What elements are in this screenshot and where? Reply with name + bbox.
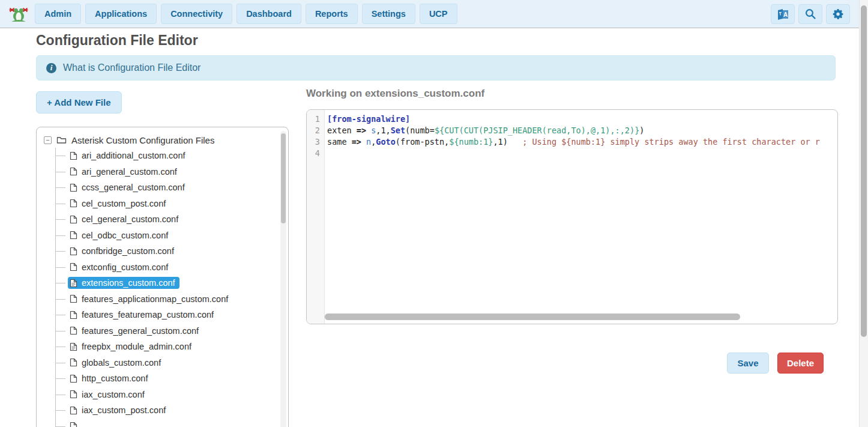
tree-item-features_applicationmap_custom[interactable]: features_applicationmap_custom.conf: [56, 291, 288, 307]
navbar: AdminApplicationsConnectivityDashboardRe…: [0, 0, 868, 28]
file-name-label: iax_custom.conf: [82, 390, 145, 399]
tree-item-partial[interactable]: [56, 419, 288, 427]
file-icon: [70, 167, 77, 176]
file-icon: [70, 406, 77, 415]
tree-item-extconfig_custom[interactable]: extconfig_custom.conf: [56, 259, 288, 276]
code-line[interactable]: same => n,Goto(from-pstn,${numb:1},1) ; …: [327, 136, 837, 148]
file-icon: [70, 262, 77, 271]
line-number: 2: [307, 125, 324, 136]
nav-item-applications[interactable]: Applications: [85, 4, 157, 24]
file-icon: [70, 294, 77, 303]
tree-item-ccss_general_custom[interactable]: ccss_general_custom.conf: [56, 180, 288, 196]
tree-item-http_custom[interactable]: http_custom.conf: [56, 371, 288, 387]
editor-actions: Save Delete: [306, 353, 824, 374]
tree-item-cel_odbc_custom[interactable]: cel_odbc_custom.conf: [56, 228, 288, 244]
main-menu: AdminApplicationsConnectivityDashboardRe…: [35, 4, 457, 24]
settings-button[interactable]: [826, 4, 850, 24]
file-icon: [70, 310, 77, 319]
page-scrollbar-thumb[interactable]: [861, 5, 867, 337]
tree-item-features_featuremap_custom[interactable]: features_featuremap_custom.conf: [56, 307, 288, 323]
collapse-icon[interactable]: −: [44, 136, 52, 144]
language-icon: A: [777, 8, 789, 20]
file-name-label: extensions_custom.conf: [82, 278, 175, 288]
file-name-label: globals_custom.conf: [82, 358, 161, 368]
tree-item-ari_general_custom[interactable]: ari_general_custom.conf: [56, 164, 288, 180]
file-name-label: iax_custom_post.conf: [82, 405, 166, 415]
file-name-label: confbridge_custom.conf: [82, 246, 174, 256]
search-icon: [804, 8, 816, 20]
file-icon: [70, 215, 77, 224]
file-name-label: features_general_custom.conf: [82, 326, 199, 336]
file-name-label: features_applicationmap_custom.conf: [82, 294, 228, 304]
code-line[interactable]: [from-signalwire]: [327, 114, 837, 125]
page-title: Configuration File Editor: [36, 32, 198, 49]
nav-item-dashboard[interactable]: Dashboard: [237, 4, 301, 24]
file-name-label: ari_general_custom.conf: [82, 167, 177, 177]
line-number: 1: [307, 114, 324, 125]
tree-scrollbar[interactable]: [280, 131, 286, 427]
file-name-label: ari_additional_custom.conf: [82, 151, 185, 160]
nav-item-settings[interactable]: Settings: [362, 4, 415, 24]
working-on-heading: Working on extensions_custom.conf: [306, 88, 484, 100]
file-icon: [70, 199, 77, 208]
search-button[interactable]: [798, 4, 822, 24]
save-button[interactable]: Save: [727, 353, 768, 374]
code-line[interactable]: exten => s,1,Set(numb=${CUT(CUT(PJSIP_HE…: [327, 125, 837, 136]
gear-icon: [832, 8, 845, 20]
tree-item-iax_custom[interactable]: iax_custom.conf: [56, 387, 288, 403]
nav-item-admin[interactable]: Admin: [35, 4, 81, 24]
frog-icon: [8, 4, 29, 23]
tree-item-freepbx_module_admin[interactable]: freepbx_module_admin.conf: [56, 339, 288, 355]
file-icon: [70, 390, 77, 399]
code-content[interactable]: [from-signalwire]exten => s,1,Set(numb=$…: [327, 114, 837, 159]
delete-button[interactable]: Delete: [777, 353, 824, 374]
file-tree-panel: − Asterisk Custom Configuration Files ar…: [36, 127, 289, 427]
tree-scrollbar-thumb[interactable]: [281, 133, 286, 223]
file-icon: [70, 231, 77, 240]
file-name-label: features_featuremap_custom.conf: [82, 310, 214, 319]
file-icon: [70, 422, 77, 427]
tree-root-folder[interactable]: − Asterisk Custom Configuration Files: [44, 132, 288, 148]
file-icon: [70, 326, 77, 335]
file-icon: [70, 151, 77, 160]
svg-text:A: A: [783, 11, 787, 18]
file-text-icon: [70, 342, 77, 351]
line-number: 4: [307, 148, 324, 159]
file-text-icon: [70, 279, 77, 288]
file-name-label: cel_odbc_custom.conf: [82, 231, 168, 240]
page-scrollbar[interactable]: [859, 0, 868, 427]
language-button[interactable]: A: [771, 4, 795, 24]
add-new-file-button[interactable]: + Add New File: [36, 91, 122, 114]
file-icon: [70, 183, 77, 192]
tree-item-ari_additional_custom[interactable]: ari_additional_custom.conf: [56, 148, 288, 164]
line-number: 3: [307, 136, 324, 148]
tree-item-cel_general_custom[interactable]: cel_general_custom.conf: [56, 211, 288, 228]
file-icon: [70, 247, 77, 256]
tree-item-features_general_custom[interactable]: features_general_custom.conf: [56, 323, 288, 339]
nav-item-reports[interactable]: Reports: [306, 4, 358, 24]
file-name-label: freepbx_module_admin.conf: [82, 342, 191, 351]
editor-horizontal-scrollbar-thumb[interactable]: [325, 313, 740, 320]
tree-item-extensions_custom[interactable]: extensions_custom.conf: [56, 275, 288, 291]
tree-item-globals_custom[interactable]: globals_custom.conf: [56, 355, 288, 371]
tree-item-iax_custom_post[interactable]: iax_custom_post.conf: [56, 402, 288, 419]
tree-children: ari_additional_custom.confari_general_cu…: [55, 148, 288, 427]
line-number-gutter: 1234: [307, 110, 325, 324]
tree-root-label: Asterisk Custom Configuration Files: [71, 135, 214, 145]
freepbx-logo[interactable]: [8, 4, 29, 23]
tree-item-cel_custom_post[interactable]: cel_custom_post.conf: [56, 196, 288, 212]
navbar-right-icons: A: [771, 4, 850, 24]
info-icon: i: [46, 63, 56, 73]
tree-item-confbridge_custom[interactable]: confbridge_custom.conf: [56, 243, 288, 259]
file-name-label: cel_general_custom.conf: [82, 214, 178, 224]
nav-item-connectivity[interactable]: Connectivity: [161, 4, 232, 24]
file-name-label: http_custom.conf: [82, 374, 148, 383]
code-editor[interactable]: 1234 [from-signalwire]exten => s,1,Set(n…: [306, 109, 838, 324]
info-alert-text: What is Configuration File Editor: [63, 62, 200, 73]
code-line[interactable]: [327, 148, 837, 159]
file-name-label: cel_custom_post.conf: [82, 199, 166, 208]
nav-item-ucp[interactable]: UCP: [420, 4, 457, 24]
file-name-label: extconfig_custom.conf: [82, 262, 168, 272]
info-alert[interactable]: i What is Configuration File Editor: [36, 55, 836, 80]
file-icon: [70, 374, 77, 383]
